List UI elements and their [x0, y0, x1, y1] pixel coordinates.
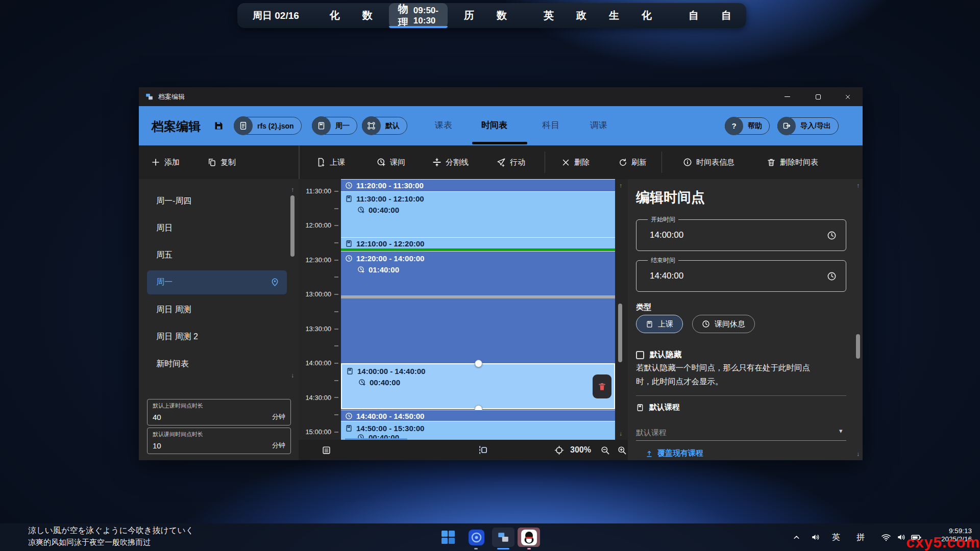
wifi-button[interactable] [881, 523, 891, 551]
timetable-info-button[interactable]: 时间表信息 [683, 145, 734, 179]
timeline-block-class[interactable]: 11:30:00 - 12:10:00 00:40:00 [341, 191, 615, 237]
minimize-button[interactable] [775, 87, 799, 106]
tab-tiaoke[interactable]: 调课 [590, 119, 607, 131]
timeline-scrollbar[interactable]: ↑ ↓ [617, 181, 625, 438]
classisland-app-icon[interactable] [467, 528, 486, 547]
timeline-viewport[interactable]: 11:30:00 12:00:00 12:30:00 13:00:00 13:3… [299, 179, 628, 440]
copy-button[interactable]: 复制 [207, 145, 236, 179]
timeline-block-selected[interactable]: 14:00:00 - 14:40:00 00:40:00 [341, 363, 615, 409]
sidebar-scrollbar[interactable]: ↑ ↓ [289, 186, 296, 380]
ime-language-button[interactable]: 英 [832, 523, 840, 551]
active-indicator [497, 548, 509, 549]
panel-title: 编辑时间点 [636, 188, 705, 207]
type-class-button[interactable]: 上课 [636, 315, 683, 333]
delete-button[interactable]: 删除 [561, 145, 590, 179]
timeline-divider-gray[interactable] [341, 295, 615, 298]
delete-block-button[interactable] [593, 374, 611, 398]
edit-timepoint-panel: 编辑时间点 开始时间 14:00:00 结束时间 14:40:00 类型 上课 … [628, 179, 863, 460]
timetable-chip[interactable]: 周一 [312, 117, 357, 135]
scroll-down-icon[interactable]: ↓ [854, 450, 862, 458]
axis-label: 12:00:00 [299, 221, 331, 230]
timetable-item[interactable]: 周日 [147, 216, 287, 240]
lyrics-widget: 涼しい風が空を泳ぐように今吹き抜けていく 凉爽的风如同泳于夜空一般吹拂而过 [28, 525, 194, 547]
chevron-up-icon [792, 533, 801, 542]
checkbox-icon[interactable] [636, 351, 644, 359]
zoom-out-icon[interactable] [600, 445, 610, 455]
delete-timetable-button[interactable]: 删除时间表 [767, 145, 818, 179]
scroll-down-icon[interactable]: ↓ [617, 430, 624, 437]
timeline-block-class[interactable]: 14:50:00 - 15:30:00 00:40:00 [341, 421, 615, 440]
schedule-subject: 自 [721, 9, 731, 22]
add-action-button[interactable]: 行动 [497, 145, 525, 179]
add-button[interactable]: 添加 [151, 145, 180, 179]
default-break-duration-field[interactable]: 默认课间时间点时长 10 分钟 [147, 428, 291, 454]
book-icon [636, 404, 644, 412]
tab-kebiao[interactable]: 课表 [435, 119, 452, 131]
timetable-item[interactable]: 周日 周测 2 [147, 325, 287, 349]
end-time-field[interactable]: 结束时间 14:40:00 [636, 260, 846, 292]
resize-handle-top[interactable] [475, 360, 482, 367]
gear-app-icon [468, 529, 485, 546]
scroll-up-icon[interactable]: ↑ [854, 182, 862, 189]
scrollbar-thumb[interactable] [618, 304, 622, 362]
timeline-block-class[interactable]: 12:10:00 - 12:20:00 [341, 237, 615, 248]
tray-speaker-button[interactable] [811, 523, 821, 551]
clock-icon[interactable] [827, 231, 837, 240]
tray-chevron-button[interactable] [792, 523, 801, 551]
default-class-duration-field[interactable]: 默认上课时间点时长 40 分钟 [147, 399, 291, 425]
crosshair-icon[interactable] [554, 445, 564, 455]
schedule-subject: 数 [497, 9, 507, 22]
add-divider-button[interactable]: 分割线 [432, 145, 469, 179]
panel-scrollbar[interactable]: ↑ ↓ [854, 181, 862, 458]
add-class-button[interactable]: 上课 [316, 145, 345, 179]
save-icon[interactable] [213, 120, 224, 131]
qq-taskbar-icon[interactable] [518, 528, 540, 547]
ime-pinyin-button[interactable]: 拼 [856, 523, 865, 551]
zoom-in-icon[interactable] [617, 445, 627, 455]
timeline-block-break[interactable]: 12:20:00 - 14:00:00 01:40:00 [341, 251, 615, 363]
scroll-up-icon[interactable]: ↑ [289, 186, 296, 193]
timetable-item[interactable]: 周五 [147, 243, 287, 267]
book-icon [646, 320, 653, 328]
list-view-icon[interactable] [322, 445, 331, 455]
upload-icon [645, 449, 653, 458]
caret-down-icon[interactable]: ▾ [839, 427, 843, 435]
scrollbar-thumb[interactable] [856, 334, 860, 359]
timeline-block-break[interactable]: 11:20:00 - 11:30:00 [341, 179, 615, 191]
default-hide-checkbox[interactable]: 默认隐藏 [636, 349, 681, 360]
scroll-up-icon[interactable]: ↑ [617, 182, 624, 189]
override-courses-link[interactable]: 覆盖现有课程 [645, 448, 703, 458]
scroll-down-icon[interactable]: ↓ [289, 372, 296, 379]
volume-button[interactable] [896, 523, 906, 551]
help-button[interactable]: ? 帮助 [725, 117, 770, 135]
schedule-subject: 化 [330, 9, 340, 22]
refresh-button[interactable]: 刷新 [619, 145, 647, 179]
timetable-item-selected[interactable]: 周一 [147, 270, 287, 294]
snap-icon[interactable] [478, 445, 488, 455]
panel-divider [636, 395, 846, 396]
speaker-icon [811, 532, 821, 542]
default-course-dropdown[interactable]: 默认课程 [636, 428, 667, 438]
timeline-block-break[interactable]: 14:40:00 - 14:50:00 [341, 410, 615, 421]
close-button[interactable] [836, 87, 860, 106]
timetable-item[interactable]: 新时间表 [147, 352, 287, 376]
add-break-button[interactable]: 课间 [377, 145, 405, 179]
scrollbar-thumb[interactable] [290, 195, 295, 257]
start-button[interactable] [438, 528, 458, 547]
file-chip[interactable]: rfs (2).json [234, 117, 302, 135]
window-titlebar[interactable]: 档案编辑 [139, 87, 863, 106]
tab-kemu[interactable]: 科目 [542, 119, 559, 131]
import-export-button[interactable]: 导入/导出 [777, 117, 839, 135]
profile-editor-taskbar-icon[interactable] [492, 528, 514, 547]
tab-shijianbiao[interactable]: 时间表 [481, 119, 507, 131]
type-break-button[interactable]: 课间休息 [692, 315, 755, 333]
clock-icon[interactable] [827, 271, 837, 281]
schedule-subject: 历 [464, 9, 474, 22]
start-time-field[interactable]: 开始时间 14:00:00 [636, 219, 846, 251]
taskbar: 涼しい風が空を泳ぐように今吹き抜けていく 凉爽的风如同泳于夜空一般吹拂而过 [0, 523, 980, 551]
hide-help-line1: 若默认隐藏一个时间点，那么只有在处于此时间点 [636, 363, 850, 373]
timetable-item[interactable]: 周一-周四 [147, 189, 287, 213]
timetable-item[interactable]: 周日 周测 [147, 298, 287, 322]
default-chip[interactable]: 默认 [362, 117, 407, 135]
maximize-button[interactable] [806, 87, 830, 106]
